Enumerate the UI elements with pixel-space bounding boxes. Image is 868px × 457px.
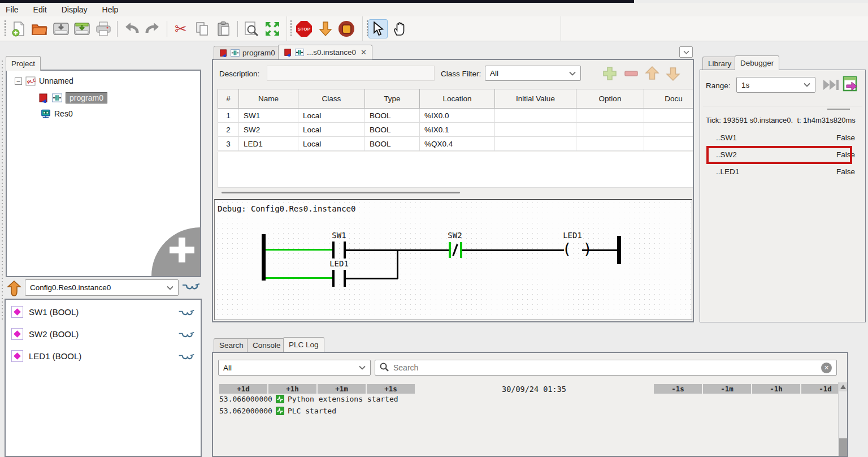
redo-button[interactable] [143, 19, 162, 38]
add-element-button[interactable] [151, 227, 200, 276]
time-plus-1m-button[interactable]: +1m [318, 384, 366, 394]
time-minus-1m-button[interactable]: -1m [703, 384, 751, 394]
list-item-led1[interactable]: LED1 (BOOL) [11, 350, 81, 362]
menu-file[interactable]: File [6, 5, 19, 14]
debug-var-row-sw1[interactable]: ..SW1 False [716, 133, 855, 142]
open-button[interactable] [30, 19, 49, 38]
undo-button[interactable] [122, 19, 141, 38]
class-filter-dropdown[interactable]: All [485, 66, 581, 81]
print-button[interactable] [94, 19, 113, 38]
left-power-rail[interactable] [262, 234, 266, 281]
range-dropdown[interactable]: 1s [736, 77, 815, 93]
panel-gripper[interactable] [1, 59, 3, 320]
menu-display[interactable]: Display [62, 5, 88, 14]
move-row-up-button[interactable] [644, 65, 661, 84]
vertical-splitter[interactable] [202, 41, 207, 457]
tab-library[interactable]: Library [702, 57, 737, 70]
horizontal-sash[interactable] [222, 192, 460, 193]
ladder-language-icon [231, 49, 240, 57]
col-option[interactable]: Option [576, 89, 644, 109]
copy-button[interactable] [193, 19, 212, 38]
description-field[interactable] [267, 66, 435, 81]
negated-contact-sw2[interactable] [449, 242, 451, 258]
contact-led1[interactable] [332, 270, 335, 287]
col-location[interactable]: Location [420, 89, 495, 109]
time-minus-1h-button[interactable]: -1h [752, 384, 800, 394]
watch-glasses-icon[interactable] [178, 331, 195, 342]
cut-button[interactable]: ✂ [171, 19, 190, 38]
log-filter-dropdown[interactable]: All [218, 360, 371, 376]
col-documentation[interactable]: Docu [644, 89, 695, 109]
skip-forward-button[interactable] [822, 79, 840, 93]
list-item-sw2[interactable]: SW2 (BOOL) [11, 328, 79, 340]
save-as-button[interactable] [72, 19, 92, 38]
run-button[interactable] [337, 19, 356, 38]
col-initial-value[interactable]: Initial Value [495, 89, 576, 109]
list-item-sw1[interactable]: SW1 (BOOL) [11, 306, 79, 318]
tab-search[interactable]: Search [214, 338, 249, 352]
transfer-button[interactable] [316, 19, 335, 38]
scroll-up-icon[interactable] [839, 382, 848, 391]
debug-var-row-led1[interactable]: ..LED1 False [716, 167, 855, 176]
table-row[interactable]: 3 LED1 Local BOOL %QX0.4 [218, 137, 695, 151]
watch-glasses-icon[interactable] [178, 353, 195, 364]
time-minus-1s-button[interactable]: -1s [654, 384, 702, 394]
debug-glasses-icon[interactable] [182, 283, 200, 295]
instance-up-icon[interactable] [7, 281, 21, 298]
time-plus-1h-button[interactable]: +1h [268, 384, 316, 394]
table-header-row: # Name Class Type Location Initial Value… [218, 89, 695, 109]
scrollbar-thumb[interactable] [839, 438, 848, 457]
time-plus-1s-button[interactable]: +1s [367, 384, 415, 394]
tab-debugger[interactable]: Debugger [735, 55, 779, 70]
menu-edit[interactable]: Edit [33, 5, 47, 14]
delete-row-button[interactable] [622, 65, 640, 84]
select-tool-button[interactable] [368, 19, 388, 38]
table-row[interactable]: 2 SW2 Local BOOL %IX0.1 [218, 123, 695, 137]
log-entry[interactable]: 53.066000000 Python extensions started [219, 395, 398, 403]
tree-node-res0[interactable]: Res0 [41, 109, 73, 118]
tree-node-program0[interactable]: program0 [38, 92, 107, 104]
clear-search-icon[interactable]: ✕ [821, 363, 832, 373]
toolbar-gripper[interactable] [290, 20, 292, 37]
contact-sw1[interactable] [332, 242, 335, 258]
table-row[interactable]: 1 SW1 Local BOOL %IX0.0 [218, 109, 695, 123]
move-row-down-button[interactable] [665, 65, 682, 84]
right-power-rail[interactable] [617, 236, 621, 264]
tab-console[interactable]: Console [247, 338, 287, 352]
new-file-button[interactable] [9, 19, 28, 38]
close-icon[interactable]: ✕ [361, 48, 367, 57]
sash-grip[interactable] [827, 109, 850, 110]
col-name[interactable]: Name [239, 89, 298, 109]
instance-selector[interactable]: Config0.Res0.instance0 [25, 279, 179, 296]
export-graph-button[interactable] [843, 76, 858, 93]
coil-led1[interactable]: ( ) [562, 240, 593, 257]
menu-help[interactable]: Help [102, 5, 119, 14]
tab-instance0[interactable]: ...s0.instance0 ✕ [278, 45, 372, 59]
tab-project[interactable]: Project [6, 56, 41, 71]
add-row-button[interactable] [601, 65, 619, 84]
log-entry[interactable]: 53.062000000 PLC started [219, 407, 336, 415]
tree-node-root[interactable]: – PLC Unnamed [15, 76, 73, 85]
toolbar-gripper[interactable] [4, 20, 6, 37]
paste-button[interactable] [214, 19, 233, 38]
instance-variables-list: SW1 (BOOL) SW2 (BOOL) LED1 (BOOL) [5, 299, 202, 457]
collapse-icon[interactable]: – [15, 77, 22, 85]
time-plus-1d-button[interactable]: +1d [219, 384, 267, 394]
col-class[interactable]: Class [298, 89, 365, 109]
chevron-down-icon [683, 50, 689, 54]
stop-button[interactable]: STOP [294, 19, 314, 38]
col-type[interactable]: Type [365, 89, 420, 109]
log-search-box[interactable]: ✕ [375, 360, 837, 376]
save-button[interactable] [51, 19, 71, 38]
pan-tool-button[interactable] [390, 19, 409, 38]
search-input[interactable] [393, 363, 817, 372]
watch-glasses-icon[interactable] [178, 309, 195, 320]
tab-program0[interactable]: program0 [214, 46, 281, 59]
log-scrollbar[interactable] [838, 382, 848, 457]
zoom-fit-button[interactable] [263, 19, 282, 38]
tab-list-button[interactable] [679, 46, 693, 58]
col-index[interactable]: # [218, 89, 239, 109]
search-button[interactable] [242, 19, 261, 38]
ladder-debug-view[interactable]: Debug: Config0.Res0.instance0 SW1 SW2 LE… [214, 199, 692, 320]
tab-plc-log[interactable]: PLC Log [283, 337, 324, 352]
